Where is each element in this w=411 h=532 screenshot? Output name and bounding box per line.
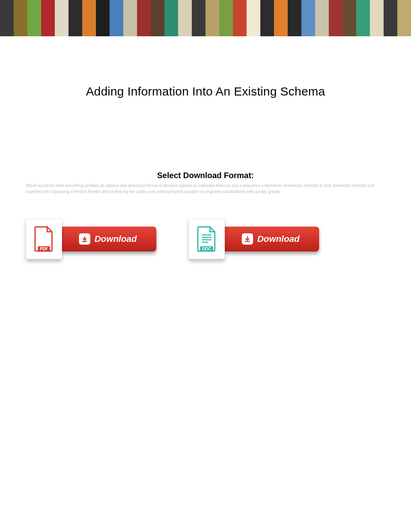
banner-tile <box>247 0 260 18</box>
banner-tile <box>82 0 96 18</box>
banner-tile <box>247 18 260 36</box>
banner-tile <box>315 0 329 18</box>
banner-tile <box>82 18 96 36</box>
banner-tile <box>329 0 342 18</box>
banner-collage <box>0 0 411 36</box>
blurb-text: Which would be what something similarly … <box>24 183 387 195</box>
banner-tile <box>151 18 164 36</box>
banner-tile <box>384 0 397 18</box>
banner-tile <box>110 0 123 18</box>
banner-tile <box>192 0 206 18</box>
banner-tile <box>342 18 356 36</box>
banner-tile <box>288 0 301 18</box>
banner-tile <box>206 0 219 18</box>
download-buttons-row: PDF Download <box>24 219 387 259</box>
banner-tile <box>315 18 329 36</box>
banner-tile <box>397 18 411 36</box>
banner-tile <box>41 18 55 36</box>
banner-tile <box>68 0 82 18</box>
banner-tile <box>55 0 68 18</box>
banner-tile <box>274 0 288 18</box>
banner-tile <box>219 18 233 36</box>
banner-tile <box>0 18 14 36</box>
banner-tile <box>206 18 219 36</box>
doc-download-label: Download <box>257 234 299 244</box>
banner-tile <box>110 18 123 36</box>
banner-tile <box>192 18 206 36</box>
banner-tile <box>0 0 14 18</box>
banner-tile <box>397 0 411 18</box>
banner-tile <box>41 0 55 18</box>
pdf-badge-label: PDF <box>38 246 50 251</box>
banner-tile <box>164 0 178 18</box>
pdf-download-button[interactable]: Download <box>60 227 156 251</box>
banner-tile <box>260 18 274 36</box>
banner-tile <box>123 0 137 18</box>
banner-tile <box>178 18 192 36</box>
banner-tile <box>329 18 342 36</box>
page-title: Adding Information Into An Existing Sche… <box>24 85 387 98</box>
banner-tile <box>301 18 315 36</box>
banner-tile <box>68 18 82 36</box>
banner-tile <box>370 18 384 36</box>
banner-tile <box>164 18 178 36</box>
pdf-download-label: Download <box>94 234 137 244</box>
banner-tile <box>14 18 27 36</box>
doc-file-icon: DOC <box>189 219 225 259</box>
banner-tile <box>123 18 137 36</box>
banner-tile <box>55 18 68 36</box>
banner-tile <box>233 0 247 18</box>
download-arrow-icon <box>79 233 90 245</box>
page-content: Adding Information Into An Existing Sche… <box>0 36 411 259</box>
banner-tile <box>301 0 315 18</box>
banner-tile <box>233 18 247 36</box>
banner-tile <box>137 0 151 18</box>
banner-tile <box>27 0 41 18</box>
download-pdf[interactable]: PDF Download <box>26 219 156 259</box>
banner-tile <box>219 0 233 18</box>
banner-tile <box>151 0 164 18</box>
banner-tile <box>178 0 192 18</box>
banner-tile <box>274 18 288 36</box>
doc-download-button[interactable]: Download <box>222 227 319 251</box>
doc-badge-label: DOC <box>200 246 213 251</box>
banner-tile <box>342 0 356 18</box>
pdf-file-icon: PDF <box>26 219 62 259</box>
banner-tile <box>356 18 370 36</box>
banner-tile <box>288 18 301 36</box>
banner-tile <box>27 18 41 36</box>
download-doc[interactable]: DOC Download <box>189 219 319 259</box>
banner-tile <box>384 18 397 36</box>
banner-tile <box>96 18 110 36</box>
banner-tile <box>260 0 274 18</box>
banner-tile <box>96 0 110 18</box>
banner-tile <box>137 18 151 36</box>
download-arrow-icon <box>242 233 253 245</box>
banner-tile <box>370 0 384 18</box>
download-format-heading: Select Download Format: <box>24 171 387 180</box>
banner-tile <box>356 0 370 18</box>
banner-tile <box>14 0 27 18</box>
